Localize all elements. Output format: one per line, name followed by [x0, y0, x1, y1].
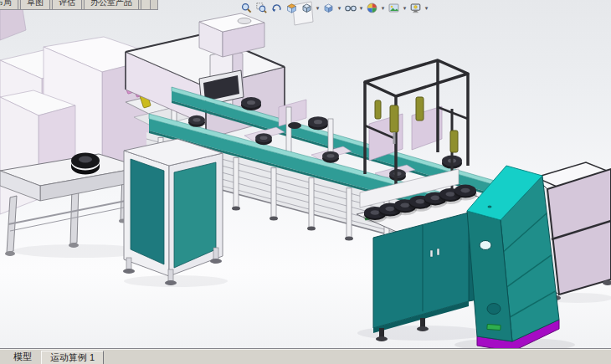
cabinet-label	[487, 324, 501, 330]
display-style-dropdown[interactable]: ▾	[336, 2, 342, 15]
zoom-to-fit-icon[interactable]	[239, 2, 254, 15]
tab-evaluate[interactable]: 评估	[52, 0, 82, 9]
edit-appearance-dropdown[interactable]: ▾	[380, 2, 386, 15]
edit-appearance-icon[interactable]	[365, 2, 379, 15]
command-manager-strip: 布局 草图 评估 办公室产品	[0, 0, 158, 10]
headsup-view-toolbar: ▾ ▾ ▾ ▾ ▾ ▾	[239, 1, 429, 15]
zoom-to-area-icon[interactable]	[254, 2, 269, 15]
tab-office-products[interactable]: 办公室产品	[84, 0, 139, 9]
apply-scene-dropdown[interactable]: ▾	[402, 2, 408, 15]
previous-view-icon[interactable]	[270, 2, 284, 15]
tab-motion-study[interactable]: 运动算例 1	[41, 351, 104, 364]
hide-show-items-icon[interactable]	[343, 2, 357, 15]
view-settings-dropdown[interactable]: ▾	[424, 2, 429, 15]
hide-show-items-dropdown[interactable]: ▾	[358, 2, 364, 15]
display-style-icon[interactable]	[321, 2, 336, 15]
bottom-tab-bar: 模型 运动算例 1	[0, 348, 611, 364]
solidworks-window: 布局 草图 评估 办公室产品 ▾ ▾ ▾	[0, 0, 611, 364]
cable-port	[480, 241, 491, 250]
apply-scene-icon[interactable]	[387, 2, 401, 15]
tab-model[interactable]: 模型	[6, 349, 39, 364]
section-view-icon[interactable]	[285, 2, 299, 15]
coil-on-belt[interactable]	[71, 153, 100, 175]
tab-stub[interactable]	[141, 0, 151, 9]
view-settings-icon[interactable]	[408, 2, 423, 15]
tab-layout[interactable]: 布局	[0, 0, 18, 9]
tab-sketch[interactable]: 草图	[20, 0, 50, 9]
model-viewport[interactable]	[0, 0, 611, 349]
view-orientation-icon[interactable]	[300, 2, 314, 15]
view-orientation-dropdown[interactable]: ▾	[315, 2, 321, 15]
